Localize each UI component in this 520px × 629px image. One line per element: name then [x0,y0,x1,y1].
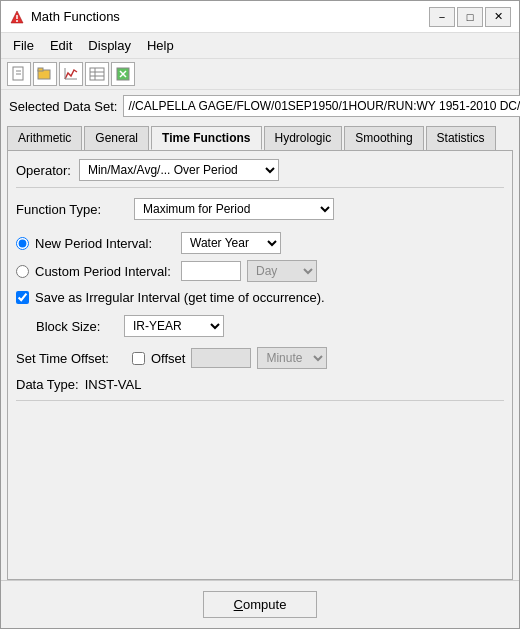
tabs-bar: Arithmetic General Time Functions Hydrol… [1,122,519,150]
save-irregular-checkbox[interactable] [16,291,29,304]
bottom-bar: Compute [1,580,519,628]
tab-time-functions[interactable]: Time Functions [151,126,261,150]
close-icon [115,66,131,82]
svg-rect-7 [38,68,43,71]
main-window: Math Functions − □ ✕ File Edit Display H… [0,0,520,629]
svg-point-2 [16,20,18,22]
data-type-label: Data Type: [16,377,79,392]
minimize-button[interactable]: − [429,7,455,27]
day-select[interactable]: Day [247,260,317,282]
time-offset-label: Set Time Offset: [16,351,126,366]
offset-input[interactable] [191,348,251,368]
block-size-select[interactable]: IR-YEAR [124,315,224,337]
new-icon [11,66,27,82]
chart-icon [63,66,79,82]
custom-period-input[interactable] [181,261,241,281]
tab-hydrologic[interactable]: Hydrologic [264,126,343,150]
menu-display[interactable]: Display [80,35,139,56]
toolbar-table[interactable] [85,62,109,86]
menu-bar: File Edit Display Help [1,33,519,59]
open-icon [37,66,53,82]
operator-row: Operator: Min/Max/Avg/... Over Period [16,159,504,188]
dataset-row: Selected Data Set: //CALPELLA GAGE/FLOW/… [1,90,519,122]
dataset-label: Selected Data Set: [9,99,117,114]
tab-statistics[interactable]: Statistics [426,126,496,150]
tab-smoothing[interactable]: Smoothing [344,126,423,150]
custom-period-radio[interactable] [16,265,29,278]
tab-arithmetic[interactable]: Arithmetic [7,126,82,150]
close-button[interactable]: ✕ [485,7,511,27]
block-size-label: Block Size: [36,319,116,334]
title-left: Math Functions [9,9,120,25]
function-type-select[interactable]: Maximum for Period [134,198,334,220]
maximize-button[interactable]: □ [457,7,483,27]
dataset-select[interactable]: //CALPELLA GAGE/FLOW/01SEP1950/1HOUR/RUN… [123,95,520,117]
custom-period-label: Custom Period Interval: [35,264,175,279]
compute-button[interactable]: Compute [203,591,318,618]
data-type-value: INST-VAL [85,377,142,392]
new-period-row: New Period Interval: Water Year [16,232,504,254]
toolbar [1,59,519,90]
table-icon [89,66,105,82]
block-size-row: Block Size: IR-YEAR [36,315,504,337]
menu-help[interactable]: Help [139,35,182,56]
menu-file[interactable]: File [5,35,42,56]
content-area: Operator: Min/Max/Avg/... Over Period Fu… [7,150,513,580]
minute-select[interactable]: Minute [257,347,327,369]
tab-general[interactable]: General [84,126,149,150]
operator-label: Operator: [16,163,71,178]
time-offset-row: Set Time Offset: Offset Minute [16,347,504,369]
function-type-label: Function Type: [16,202,126,217]
custom-period-row: Custom Period Interval: Day [16,260,504,282]
app-icon [9,9,25,25]
data-type-row: Data Type: INST-VAL [16,377,504,401]
save-irregular-row: Save as Irregular Interval (get time of … [16,290,504,305]
window-title: Math Functions [31,9,120,24]
svg-rect-10 [90,68,104,80]
toolbar-chart[interactable] [59,62,83,86]
new-period-select[interactable]: Water Year [181,232,281,254]
offset-label: Offset [151,351,185,366]
window-controls: − □ ✕ [429,7,511,27]
menu-edit[interactable]: Edit [42,35,80,56]
new-period-radio[interactable] [16,237,29,250]
operator-select[interactable]: Min/Max/Avg/... Over Period [79,159,279,181]
title-bar: Math Functions − □ ✕ [1,1,519,33]
toolbar-close[interactable] [111,62,135,86]
function-type-row: Function Type: Maximum for Period [16,198,504,220]
time-offset-checkbox[interactable] [132,352,145,365]
new-period-label: New Period Interval: [35,236,175,251]
toolbar-open[interactable] [33,62,57,86]
toolbar-new[interactable] [7,62,31,86]
save-irregular-label: Save as Irregular Interval (get time of … [35,290,325,305]
